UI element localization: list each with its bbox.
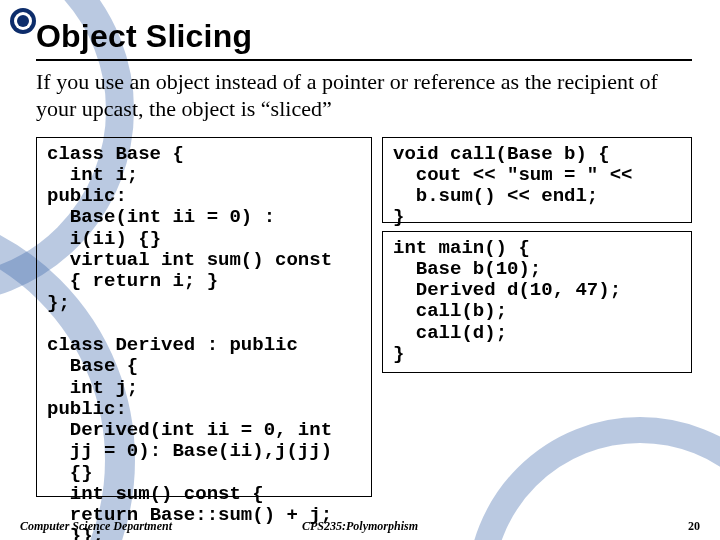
code-block-right-bottom: int main() { Base b(10); Derived d(10, 4… [382, 231, 692, 373]
slide-title: Object Slicing [36, 18, 692, 55]
title-rule [36, 59, 692, 61]
code-block-left: class Base { int i; public: Base(int ii … [36, 137, 372, 497]
footer-page-number: 20 [688, 519, 700, 534]
code-columns: class Base { int i; public: Base(int ii … [36, 137, 692, 497]
code-block-right-top: void call(Base b) { cout << "sum = " << … [382, 137, 692, 223]
intro-text: If you use an object instead of a pointe… [36, 69, 692, 123]
